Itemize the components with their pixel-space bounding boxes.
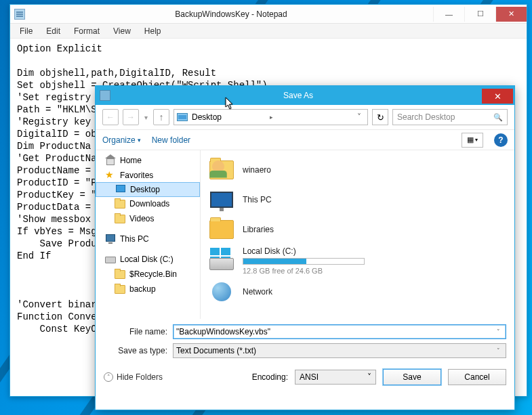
saveas-fields: File name: "BackupWindowsKey.vbs" ˅ Save…: [96, 319, 514, 358]
sidebar-item-localdisk[interactable]: Local Disk (C:): [96, 252, 200, 267]
save-as-dialog: Save As ✕ ← → ▾ ↑ Desktop ▸ ˅ ↻ Search D…: [95, 85, 515, 410]
saveas-titlebar[interactable]: Save As ✕: [96, 86, 514, 105]
navigation-pane: Home Favorites Desktop Downloads Videos …: [96, 150, 201, 319]
pc-icon: [207, 187, 236, 213]
up-button[interactable]: ↑: [153, 109, 169, 125]
sidebar-item-thispc[interactable]: This PC: [96, 232, 200, 246]
filename-label: File name:: [104, 327, 173, 336]
search-placeholder: Search Desktop: [397, 112, 493, 122]
caret-down-icon[interactable]: ˅: [493, 328, 503, 335]
breadcrumb-dropdown-icon[interactable]: ˅: [354, 112, 365, 122]
filename-input[interactable]: "BackupWindowsKey.vbs" ˅: [173, 324, 506, 339]
saveas-toolbar: Organize ▾ New folder ▦ ▾ ?: [96, 129, 514, 150]
folder-icon: [115, 214, 125, 223]
desktop-icon: [115, 185, 126, 194]
new-folder-button[interactable]: New folder: [152, 135, 190, 145]
minimize-button[interactable]: —: [433, 7, 464, 22]
search-icon: 🔍: [493, 113, 503, 122]
user-folder-icon: [207, 157, 236, 183]
savetype-label: Save as type:: [104, 346, 173, 355]
list-item[interactable]: Network: [205, 278, 510, 306]
home-icon: [105, 156, 116, 165]
list-item[interactable]: Local Disk (C:) 12.8 GB free of 24.6 GB: [205, 245, 510, 276]
list-item[interactable]: Libraries: [205, 215, 510, 244]
help-button[interactable]: ?: [494, 133, 508, 147]
breadcrumb[interactable]: Desktop ▸ ˅: [173, 109, 368, 125]
refresh-button[interactable]: ↻: [372, 109, 388, 125]
close-button[interactable]: ✕: [482, 89, 513, 104]
list-item[interactable]: winaero: [205, 156, 510, 184]
caret-down-icon: ▾: [138, 137, 141, 144]
back-button[interactable]: ←: [102, 109, 119, 125]
close-button[interactable]: ✕: [495, 7, 527, 22]
saveas-body: Home Favorites Desktop Downloads Videos …: [96, 150, 514, 319]
save-button[interactable]: Save: [383, 369, 441, 385]
menu-file[interactable]: File: [13, 25, 39, 37]
folder-icon: [115, 284, 125, 294]
storage-bar: [243, 258, 365, 265]
dialog-icon: [100, 90, 110, 101]
sidebar-item-home[interactable]: Home: [96, 153, 200, 168]
menu-help[interactable]: Help: [138, 25, 168, 37]
encoding-label: Encoding:: [252, 372, 288, 382]
notepad-titlebar[interactable]: BackupWindowsKey - Notepad — ☐ ✕: [10, 5, 527, 24]
list-item[interactable]: This PC: [205, 185, 510, 214]
search-input[interactable]: Search Desktop 🔍: [392, 109, 508, 125]
menu-format[interactable]: Format: [67, 25, 106, 37]
sidebar-item-videos[interactable]: Videos: [96, 211, 200, 226]
encoding-combo[interactable]: ANSI ˅: [295, 370, 376, 385]
file-list[interactable]: winaero This PC Libraries Local Disk (C:…: [201, 150, 514, 319]
menu-edit[interactable]: Edit: [39, 25, 67, 37]
pc-icon: [105, 234, 116, 244]
notepad-icon: [14, 9, 25, 20]
cancel-button[interactable]: Cancel: [448, 369, 506, 385]
caret-down-icon: ˅: [367, 372, 371, 382]
desktop-icon: [177, 113, 188, 121]
breadcrumb-location[interactable]: Desktop: [192, 112, 267, 122]
forward-button[interactable]: →: [123, 109, 139, 125]
saveas-address-bar: ← → ▾ ↑ Desktop ▸ ˅ ↻ Search Desktop 🔍: [96, 105, 514, 129]
sidebar-item-recyclebin[interactable]: $Recycle.Bin: [96, 267, 200, 282]
star-icon: [105, 171, 116, 180]
drive-icon: [105, 255, 116, 264]
menu-view[interactable]: View: [106, 25, 138, 37]
chevron-right-icon[interactable]: ▸: [270, 114, 273, 121]
history-dropdown-icon[interactable]: ▾: [143, 114, 149, 121]
sidebar-item-downloads[interactable]: Downloads: [96, 196, 200, 211]
saveas-footer: ˄ Hide Folders Encoding: ANSI ˅ Save Can…: [96, 362, 514, 393]
caret-down-icon: ˅: [493, 347, 503, 354]
notepad-title: BackupWindowsKey - Notepad: [29, 9, 433, 19]
drive-icon: [207, 248, 236, 274]
caret-down-icon: ▾: [475, 137, 478, 143]
chevron-up-icon: ˄: [104, 372, 113, 382]
network-icon: [207, 279, 236, 305]
hide-folders-button[interactable]: ˄ Hide Folders: [104, 372, 163, 382]
folder-icon: [115, 269, 125, 279]
libraries-icon: [207, 217, 236, 242]
saveas-title: Save As: [115, 91, 482, 100]
organize-button[interactable]: Organize ▾: [102, 135, 141, 145]
folder-icon: [115, 199, 125, 209]
sidebar-item-backup[interactable]: backup: [96, 282, 200, 297]
sidebar-item-favorites[interactable]: Favorites: [96, 168, 200, 183]
notepad-menubar: File Edit Format View Help: [10, 24, 527, 39]
savetype-combo[interactable]: Text Documents (*.txt) ˅: [173, 343, 506, 358]
maximize-button[interactable]: ☐: [464, 7, 495, 22]
view-options-button[interactable]: ▦ ▾: [462, 133, 483, 148]
view-icon: ▦: [467, 135, 474, 144]
sidebar-item-desktop[interactable]: Desktop: [96, 182, 200, 197]
